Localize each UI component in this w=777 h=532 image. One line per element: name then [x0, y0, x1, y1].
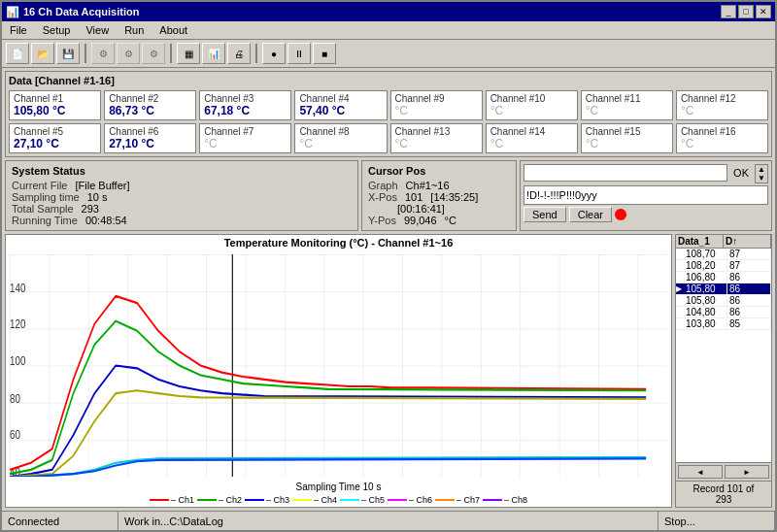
legend-color-3 [245, 499, 264, 501]
legend-item-4: – Ch4 [292, 495, 337, 505]
channel-box-8: Channel #12 °C [676, 90, 768, 120]
legend-item-2: – Ch2 [197, 495, 242, 505]
channel-label-5: Channel #9 [395, 93, 478, 104]
channel-value-10: 27,10 °C [109, 137, 191, 150]
table-row[interactable]: 108,20 87 [676, 260, 771, 272]
channel-label-13: Channel #13 [395, 126, 478, 137]
channel-label-15: Channel #15 [586, 126, 668, 137]
data-section: Data [Channel #1-16] Channel #1 105,80 °… [5, 71, 772, 157]
status-row-total: Total Sample 293 [12, 203, 352, 215]
toolbar-pause[interactable]: ⏸ [287, 43, 311, 64]
table-row[interactable]: 106,80 86 [676, 272, 771, 283]
content-area: Data [Channel #1-16] Channel #1 105,80 °… [2, 68, 775, 511]
legend-label-8: – Ch8 [504, 495, 527, 505]
channel-label-1: Channel #1 [14, 93, 96, 104]
table-row[interactable]: 105,80 86 [676, 295, 771, 307]
chart-and-table: Temperature Monitoring (°C) - Channel #1… [5, 234, 772, 508]
table-info: Record 101 of 293 [676, 481, 771, 507]
channel-label-2: Channel #2 [109, 93, 191, 104]
channel-value-16: °C [681, 137, 763, 150]
cursor-row-ypos: Y-Pos 99,046 °C [368, 215, 510, 226]
send-button[interactable]: Send [524, 207, 566, 222]
toolbar-btn5[interactable]: ⚙ [117, 43, 140, 64]
status-row-file: Current File [File Buffer] [12, 180, 352, 191]
cursor-xpos-value: 101 [405, 191, 422, 203]
table-header: Data_1 D↑ [676, 235, 771, 249]
channel-label-14: Channel #14 [490, 126, 573, 137]
title-bar-buttons: _ □ ✕ [721, 5, 771, 18]
svg-text:120: 120 [10, 317, 25, 330]
toolbar-open[interactable]: 📂 [31, 43, 54, 64]
toolbar-sep-3 [255, 44, 257, 63]
channel-box-13: Channel #13 °C [390, 123, 483, 153]
channel-box-15: Channel #15 °C [581, 123, 673, 153]
minimize-button[interactable]: _ [721, 5, 736, 18]
channel-value-6: °C [490, 104, 573, 117]
table-row[interactable]: 104,80 86 [676, 307, 771, 318]
status-workdir: Work in...C:\DataLog [118, 512, 659, 530]
toolbar-btn4[interactable]: ⚙ [91, 43, 115, 64]
table-body[interactable]: 108,70 87108,20 87106,80 86▶105,80 86105… [676, 249, 771, 462]
toolbar-print[interactable]: 🖨 [227, 43, 251, 64]
cursor-graph-value: Ch#1~16 [406, 180, 450, 191]
svg-text:140: 140 [10, 281, 25, 293]
menu-setup[interactable]: Setup [39, 23, 75, 37]
comm-panel: OK ▲ ▼ !D!-!-!!!P!!!0yyy Send Clear [520, 160, 772, 231]
comm-text-area: !D!-!-!!!P!!!0yyy [524, 185, 768, 205]
window-title: 16 Ch Data Acquisition [23, 6, 139, 17]
channel-value-13: °C [395, 137, 478, 150]
comm-input[interactable] [524, 164, 727, 182]
channel-box-4: Channel #4 57,40 °C [294, 90, 387, 120]
cursor-ypos-unit: °C [445, 215, 456, 226]
channel-value-12: °C [299, 137, 382, 150]
status-row-running: Running Time 00:48:54 [12, 215, 352, 226]
toolbar-chart[interactable]: 📊 [202, 43, 225, 64]
close-button[interactable]: ✕ [756, 5, 771, 18]
toolbar-btn6[interactable]: ⚙ [142, 43, 165, 64]
channel-box-6: Channel #10 °C [486, 90, 578, 120]
comm-scrollbar[interactable]: ▲ ▼ [755, 164, 768, 183]
menu-run[interactable]: Run [120, 23, 148, 37]
toolbar-record[interactable]: ● [262, 43, 286, 64]
channel-label-12: Channel #8 [299, 126, 382, 137]
legend-item-3: – Ch3 [245, 495, 289, 505]
title-bar-left: 📊 16 Ch Data Acquisition [6, 6, 139, 18]
toolbar-save[interactable]: 💾 [56, 43, 80, 64]
middle-section: System Status Current File [File Buffer]… [5, 160, 772, 231]
channel-box-10: Channel #6 27,10 °C [104, 123, 196, 153]
data-section-title: Data [Channel #1-16] [9, 75, 768, 86]
channel-box-9: Channel #5 27,10 °C [9, 123, 101, 153]
chart-container: Temperature Monitoring (°C) - Channel #1… [5, 234, 672, 508]
toolbar-grid[interactable]: ▦ [177, 43, 200, 64]
menu-about[interactable]: About [155, 23, 191, 37]
legend-label-1: – Ch1 [171, 495, 194, 505]
legend-color-6 [388, 499, 407, 501]
maximize-button[interactable]: □ [738, 5, 754, 18]
data-table: Data_1 D↑ 108,70 87108,20 87106,80 86▶10… [675, 234, 772, 508]
channel-value-4: 57,40 °C [299, 104, 382, 117]
channel-box-2: Channel #2 86,73 °C [104, 90, 196, 120]
table-cell-data1: 106,80 [684, 272, 727, 283]
table-row[interactable]: 108,70 87 [676, 249, 771, 260]
title-bar: 📊 16 Ch Data Acquisition _ □ ✕ [2, 2, 775, 21]
table-row[interactable]: ▶105,80 86 [676, 283, 771, 295]
channel-value-15: °C [586, 137, 668, 150]
chart-legend: – Ch1– Ch2– Ch3– Ch4– Ch5– Ch6– Ch7– Ch8 [6, 493, 671, 507]
menu-file[interactable]: File [6, 23, 31, 37]
table-scroll-left[interactable]: ◄ [678, 465, 723, 479]
table-scroll-right[interactable]: ► [725, 465, 769, 479]
status-running-label: Running Time [12, 215, 78, 226]
toolbar-stop[interactable]: ■ [313, 43, 336, 64]
chart-area: 40 60 80 100 120 140 [6, 250, 671, 481]
clear-button[interactable]: Clear [569, 207, 612, 222]
channel-value-2: 86,73 °C [109, 104, 191, 117]
menu-view[interactable]: View [82, 23, 113, 37]
channel-value-3: 67,18 °C [204, 104, 287, 117]
toolbar-new[interactable]: 📄 [6, 43, 29, 64]
channel-value-11: °C [204, 137, 287, 150]
svg-text:100: 100 [10, 354, 25, 367]
legend-label-5: – Ch5 [361, 495, 385, 505]
toolbar-sep-2 [170, 44, 172, 63]
channel-box-14: Channel #14 °C [486, 123, 578, 153]
table-row[interactable]: 103,80 85 [676, 318, 771, 330]
